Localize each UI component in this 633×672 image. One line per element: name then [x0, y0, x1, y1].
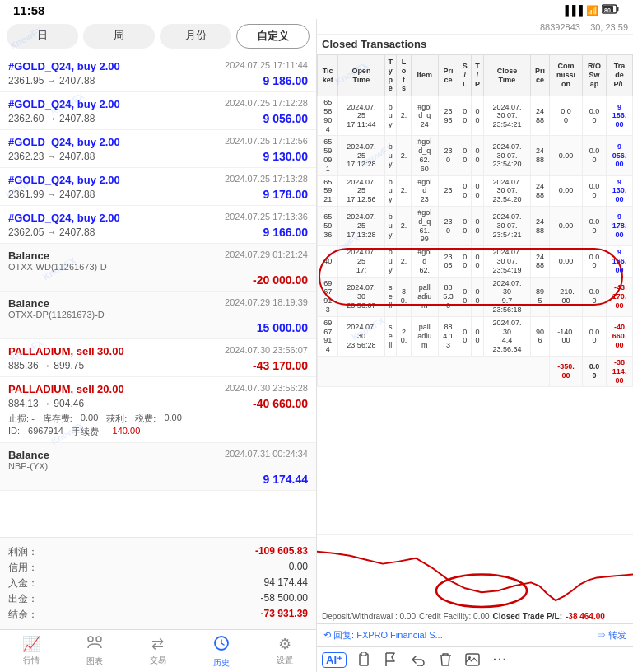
txn-amount: 9 056.00 [263, 112, 309, 125]
ref-number: 88392843 [540, 22, 580, 32]
nav-market[interactable]: 📈 行情 [0, 635, 63, 669]
list-item: Balance OTXX-WD(11261673)-D 2024.07.29 0… [0, 244, 316, 292]
credit-label: Credit Facility: 0.00 [419, 612, 490, 621]
profit-label: 利润： [8, 545, 38, 559]
txn-date: 2024.07.31 00:24:34 [225, 449, 308, 459]
id-val: 6967914 [28, 426, 63, 438]
txn-date: 2024.07.29 01:21:24 [225, 250, 308, 259]
tab-week[interactable]: 周 [83, 24, 155, 49]
delete-button[interactable] [435, 651, 455, 669]
right-bottom: Deposit/Withdrawal : 0.00 Credit Facilit… [317, 609, 633, 623]
flag-button[interactable] [381, 651, 401, 669]
id-label: ID: [8, 426, 20, 438]
clipboard-button[interactable] [353, 651, 375, 669]
svg-rect-10 [361, 652, 366, 656]
status-icons: ▐▐▐ 📶 80 [561, 4, 620, 16]
more-button[interactable]: ··· [490, 651, 511, 668]
tab-day[interactable]: 日 [7, 24, 78, 49]
market-icon: 📈 [22, 635, 40, 653]
nav-settings[interactable]: ⚙ 设置 [253, 635, 316, 669]
col-tradepnl: TradeP/L [607, 55, 633, 96]
txn-date: 2024.07.25 17:12:28 [225, 98, 308, 108]
txn-amount: -20 000.00 [253, 273, 308, 287]
reply-btn[interactable]: ⟲ 回复: FXPRO Financial S... [323, 629, 443, 642]
balance-title: Balance [8, 297, 105, 310]
col-lots: Lots [397, 55, 412, 96]
txn-price: 2362.60 → 2407.88 [8, 113, 95, 124]
deposit-label: 入金： [8, 576, 38, 590]
txn-amount: 9 174.44 [263, 473, 309, 486]
txn-price: 2362.05 → 2407.88 [8, 226, 95, 238]
list-item: #GOLD_Q24, buy 2.00 2024.07.25 17:11:44 … [0, 54, 316, 92]
txn-price: 2362.23 → 2407.88 [8, 151, 95, 162]
txn-price: 884.13 → 904.46 [8, 398, 84, 409]
col-price: Price [438, 55, 458, 96]
withdraw-label: 出金： [8, 592, 38, 606]
balance-sub: OTXX-WD(11261673)-D [8, 262, 107, 272]
reply-icon-button[interactable] [407, 651, 429, 668]
credit-label: 信用： [8, 561, 38, 575]
deposit-value: 94 174.44 [264, 576, 308, 590]
nav-history-label: 历史 [213, 657, 230, 669]
forward-btn[interactable]: ⇒ 转发 [597, 629, 626, 642]
toolbar: AI⁺ ··· [317, 646, 633, 672]
credit-value: 0.00 [289, 561, 308, 575]
message-bar: ⟲ 回复: FXPRO Financial S... ⇒ 转发 [317, 623, 633, 646]
txn-date: 2024.07.25 17:12:56 [225, 136, 308, 146]
txn-date: 2024.07.30 23:56:28 [225, 383, 308, 393]
list-item: Balance NBP-(YX) 2024.07.31 00:24:34 9 1… [0, 443, 316, 491]
list-item: PALLADIUM, sell 20.00 2024.07.30 23:56:2… [0, 377, 316, 443]
table-row: 40 2024.07.2517: buy 2. #gold62. 2305 00… [318, 246, 633, 277]
svg-point-5 [96, 637, 101, 642]
storage-val: 0.00 [81, 413, 98, 425]
nav-history[interactable]: 历史 [189, 635, 253, 669]
left-panel: KnowFX KnowFX KnowFX KnowFX KnowFX KnowF… [0, 19, 317, 672]
table-row-summary: -350.00 0.00 -38114.00 [318, 356, 633, 386]
txn-date: 2024.07.25 17:11:44 [225, 60, 308, 70]
fee-val: -140.00 [109, 426, 140, 438]
table-row: 655921 2024.07.2517:12:56 buy 2. #gold23… [318, 175, 633, 206]
txn-price: 2361.95 → 2407.88 [8, 75, 95, 86]
wifi-icon: 📶 [586, 5, 598, 16]
history-icon [213, 635, 230, 656]
txn-amount: 9 186.00 [263, 74, 309, 87]
list-item: #GOLD_Q24, buy 2.00 2024.07.25 17:12:28 … [0, 92, 316, 130]
chart-icon [86, 635, 103, 654]
col-sl: S/L [458, 55, 471, 96]
main-split: KnowFX KnowFX KnowFX KnowFX KnowFX KnowF… [0, 19, 633, 672]
txn-price: 885.36 → 899.75 [8, 360, 84, 371]
txn-date: 2024.07.25 17:13:28 [225, 174, 308, 184]
list-item: Balance OTXX-DP(11261673)-D 2024.07.29 1… [0, 292, 316, 339]
col-item: Item [411, 55, 438, 96]
tab-month[interactable]: 月份 [160, 24, 231, 49]
ai-button[interactable]: AI⁺ [322, 652, 347, 668]
col-commission: Commission [550, 55, 582, 96]
balance-title: Balance [8, 449, 49, 461]
txn-amount: 15 000.00 [257, 321, 308, 334]
tax-label: 税费: [135, 413, 156, 425]
nav-trade-label: 交易 [150, 655, 166, 666]
nav-chart-label: 图表 [86, 656, 103, 667]
txn-title: #GOLD_Q24, buy 2.00 [8, 174, 120, 186]
col-open-time: OpenTime [338, 55, 384, 96]
svg-point-4 [88, 637, 93, 642]
withdraw-value: -58 500.00 [261, 592, 308, 606]
txn-amount: 9 178.00 [263, 188, 309, 201]
ref-date: 30, 23:59 [590, 22, 628, 32]
svg-rect-1 [617, 7, 619, 12]
txn-title: #GOLD_Q24, buy 2.00 [8, 60, 120, 72]
balance-sub: NBP-(YX) [8, 461, 49, 471]
right-panel: KnowFX KnowFX KnowFX KnowFX 88392843 30,… [317, 19, 633, 672]
closed-value: -38 464.00 [566, 612, 605, 621]
right-header: 88392843 30, 23:59 [317, 19, 633, 35]
col-swap: R/OSwap [582, 55, 607, 96]
image-button[interactable] [462, 651, 483, 668]
tab-bar: 日 周 月份 自定义 [0, 19, 316, 54]
txn-amount: -43 170.00 [253, 359, 308, 372]
table-row: 6967913 2024.07.3023:56:07 sell 30. pall… [318, 277, 633, 316]
nav-chart[interactable]: 图表 [63, 635, 127, 669]
tab-custom[interactable]: 自定义 [236, 24, 310, 49]
table-row: 6967914 2024.07.3023:56:28 sell 20. pall… [318, 316, 633, 356]
profit-label: 获利: [106, 413, 127, 425]
nav-trade[interactable]: ⇄ 交易 [127, 635, 190, 669]
